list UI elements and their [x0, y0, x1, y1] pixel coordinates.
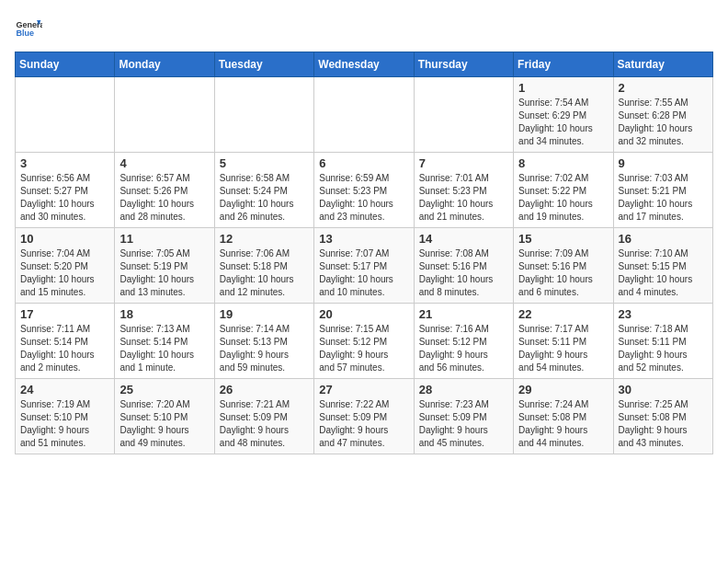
weekday-header-sunday: Sunday: [16, 52, 115, 77]
day-info: Sunrise: 7:03 AM Sunset: 5:21 PM Dayligh…: [619, 172, 708, 224]
calendar: SundayMondayTuesdayWednesdayThursdayFrid…: [15, 52, 713, 454]
day-number: 1: [518, 81, 608, 95]
day-number: 15: [518, 232, 608, 246]
day-number: 12: [220, 232, 309, 246]
day-info: Sunrise: 7:05 AM Sunset: 5:19 PM Dayligh…: [119, 247, 209, 299]
day-info: Sunrise: 7:04 AM Sunset: 5:20 PM Dayligh…: [20, 247, 109, 299]
logo-icon: General Blue: [15, 15, 42, 42]
weekday-header-friday: Friday: [514, 52, 613, 77]
day-info: Sunrise: 7:08 AM Sunset: 5:16 PM Dayligh…: [419, 247, 508, 299]
day-cell: [314, 77, 414, 153]
logo: General Blue: [15, 15, 42, 42]
day-info: Sunrise: 7:25 AM Sunset: 5:08 PM Dayligh…: [619, 398, 708, 450]
day-number: 11: [119, 232, 209, 246]
day-cell: 25Sunrise: 7:20 AM Sunset: 5:10 PM Dayli…: [115, 379, 214, 454]
day-cell: 10Sunrise: 7:04 AM Sunset: 5:20 PM Dayli…: [16, 228, 115, 304]
day-number: 18: [119, 307, 209, 321]
day-cell: 5Sunrise: 6:58 AM Sunset: 5:24 PM Daylig…: [214, 153, 313, 228]
day-cell: [16, 77, 115, 153]
day-cell: 1Sunrise: 7:54 AM Sunset: 6:29 PM Daylig…: [514, 77, 613, 153]
day-cell: 9Sunrise: 7:03 AM Sunset: 5:21 PM Daylig…: [613, 153, 712, 228]
day-cell: 29Sunrise: 7:24 AM Sunset: 5:08 PM Dayli…: [514, 379, 613, 454]
day-number: 2: [619, 81, 708, 95]
day-number: 30: [619, 383, 708, 396]
day-cell: 2Sunrise: 7:55 AM Sunset: 6:28 PM Daylig…: [613, 77, 712, 153]
day-info: Sunrise: 6:56 AM Sunset: 5:27 PM Dayligh…: [20, 172, 109, 224]
day-cell: 14Sunrise: 7:08 AM Sunset: 5:16 PM Dayli…: [414, 228, 513, 304]
day-cell: 19Sunrise: 7:14 AM Sunset: 5:13 PM Dayli…: [214, 304, 313, 379]
day-number: 6: [319, 156, 408, 170]
week-row-1: 3Sunrise: 6:56 AM Sunset: 5:27 PM Daylig…: [16, 153, 713, 228]
day-info: Sunrise: 7:18 AM Sunset: 5:11 PM Dayligh…: [619, 323, 708, 374]
day-cell: 21Sunrise: 7:16 AM Sunset: 5:12 PM Dayli…: [414, 304, 513, 379]
day-info: Sunrise: 7:19 AM Sunset: 5:10 PM Dayligh…: [20, 398, 109, 450]
day-cell: 18Sunrise: 7:13 AM Sunset: 5:14 PM Dayli…: [115, 304, 214, 379]
day-info: Sunrise: 7:17 AM Sunset: 5:11 PM Dayligh…: [518, 323, 608, 374]
day-number: 29: [518, 383, 608, 396]
week-row-0: 1Sunrise: 7:54 AM Sunset: 6:29 PM Daylig…: [16, 77, 713, 153]
day-info: Sunrise: 7:02 AM Sunset: 5:22 PM Dayligh…: [518, 172, 608, 224]
day-info: Sunrise: 7:54 AM Sunset: 6:29 PM Dayligh…: [518, 97, 608, 148]
day-info: Sunrise: 7:22 AM Sunset: 5:09 PM Dayligh…: [319, 398, 408, 450]
day-number: 24: [20, 383, 109, 396]
day-info: Sunrise: 7:14 AM Sunset: 5:13 PM Dayligh…: [220, 323, 309, 374]
day-number: 23: [619, 307, 708, 321]
day-cell: 24Sunrise: 7:19 AM Sunset: 5:10 PM Dayli…: [16, 379, 115, 454]
day-info: Sunrise: 7:06 AM Sunset: 5:18 PM Dayligh…: [220, 247, 309, 299]
day-number: 4: [119, 156, 209, 170]
day-info: Sunrise: 6:58 AM Sunset: 5:24 PM Dayligh…: [220, 172, 309, 224]
day-info: Sunrise: 7:15 AM Sunset: 5:12 PM Dayligh…: [319, 323, 408, 374]
day-cell: 3Sunrise: 6:56 AM Sunset: 5:27 PM Daylig…: [16, 153, 115, 228]
week-row-3: 17Sunrise: 7:11 AM Sunset: 5:14 PM Dayli…: [16, 304, 713, 379]
day-cell: [214, 77, 313, 153]
day-info: Sunrise: 7:55 AM Sunset: 6:28 PM Dayligh…: [619, 97, 708, 148]
day-cell: [115, 77, 214, 153]
day-cell: 26Sunrise: 7:21 AM Sunset: 5:09 PM Dayli…: [214, 379, 313, 454]
day-cell: 22Sunrise: 7:17 AM Sunset: 5:11 PM Dayli…: [514, 304, 613, 379]
day-cell: 15Sunrise: 7:09 AM Sunset: 5:16 PM Dayli…: [514, 228, 613, 304]
day-number: 3: [20, 156, 109, 170]
day-cell: 27Sunrise: 7:22 AM Sunset: 5:09 PM Dayli…: [314, 379, 414, 454]
header: General Blue: [15, 15, 713, 42]
week-row-2: 10Sunrise: 7:04 AM Sunset: 5:20 PM Dayli…: [16, 228, 713, 304]
day-number: 16: [619, 232, 708, 246]
day-info: Sunrise: 7:07 AM Sunset: 5:17 PM Dayligh…: [319, 247, 408, 299]
day-cell: 17Sunrise: 7:11 AM Sunset: 5:14 PM Dayli…: [16, 304, 115, 379]
day-number: 14: [419, 232, 508, 246]
day-number: 10: [20, 232, 109, 246]
day-info: Sunrise: 6:59 AM Sunset: 5:23 PM Dayligh…: [319, 172, 408, 224]
day-number: 7: [419, 156, 508, 170]
day-cell: 6Sunrise: 6:59 AM Sunset: 5:23 PM Daylig…: [314, 153, 414, 228]
weekday-header-row: SundayMondayTuesdayWednesdayThursdayFrid…: [16, 52, 713, 77]
svg-text:Blue: Blue: [17, 29, 35, 38]
day-info: Sunrise: 7:24 AM Sunset: 5:08 PM Dayligh…: [518, 398, 608, 450]
day-info: Sunrise: 7:16 AM Sunset: 5:12 PM Dayligh…: [419, 323, 508, 374]
day-number: 9: [619, 156, 708, 170]
day-info: Sunrise: 7:11 AM Sunset: 5:14 PM Dayligh…: [20, 323, 109, 374]
day-cell: 4Sunrise: 6:57 AM Sunset: 5:26 PM Daylig…: [115, 153, 214, 228]
day-cell: [414, 77, 513, 153]
day-number: 28: [419, 383, 508, 396]
day-cell: 30Sunrise: 7:25 AM Sunset: 5:08 PM Dayli…: [613, 379, 712, 454]
week-row-4: 24Sunrise: 7:19 AM Sunset: 5:10 PM Dayli…: [16, 379, 713, 454]
day-number: 8: [518, 156, 608, 170]
day-info: Sunrise: 7:21 AM Sunset: 5:09 PM Dayligh…: [220, 398, 309, 450]
day-number: 13: [319, 232, 408, 246]
day-number: 17: [20, 307, 109, 321]
day-cell: 20Sunrise: 7:15 AM Sunset: 5:12 PM Dayli…: [314, 304, 414, 379]
day-cell: 23Sunrise: 7:18 AM Sunset: 5:11 PM Dayli…: [613, 304, 712, 379]
day-info: Sunrise: 7:13 AM Sunset: 5:14 PM Dayligh…: [119, 323, 209, 374]
day-cell: 7Sunrise: 7:01 AM Sunset: 5:23 PM Daylig…: [414, 153, 513, 228]
day-info: Sunrise: 7:01 AM Sunset: 5:23 PM Dayligh…: [419, 172, 508, 224]
day-number: 25: [119, 383, 209, 396]
day-cell: 13Sunrise: 7:07 AM Sunset: 5:17 PM Dayli…: [314, 228, 414, 304]
day-cell: 8Sunrise: 7:02 AM Sunset: 5:22 PM Daylig…: [514, 153, 613, 228]
weekday-header-saturday: Saturday: [613, 52, 712, 77]
day-info: Sunrise: 7:20 AM Sunset: 5:10 PM Dayligh…: [119, 398, 209, 450]
day-number: 20: [319, 307, 408, 321]
day-number: 22: [518, 307, 608, 321]
day-number: 5: [220, 156, 309, 170]
day-info: Sunrise: 7:09 AM Sunset: 5:16 PM Dayligh…: [518, 247, 608, 299]
day-cell: 12Sunrise: 7:06 AM Sunset: 5:18 PM Dayli…: [214, 228, 313, 304]
day-number: 26: [220, 383, 309, 396]
